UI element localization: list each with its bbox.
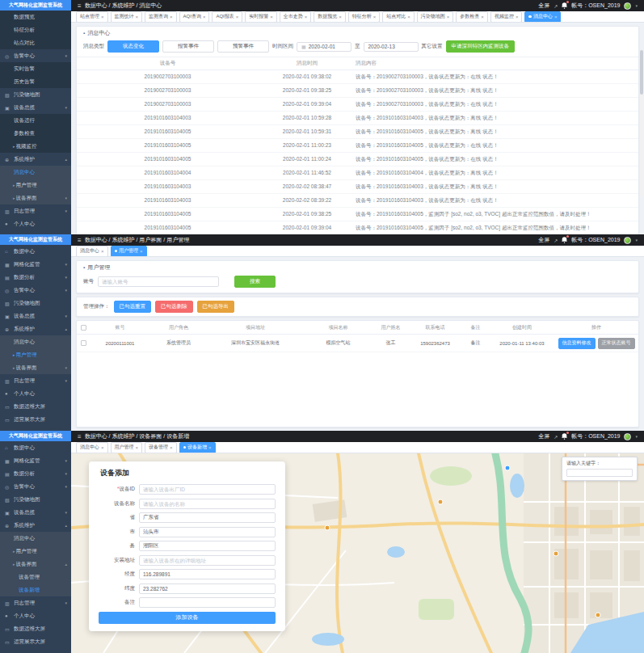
page-tab[interactable]: 消息中心×: [76, 442, 108, 453]
bulk-action-button[interactable]: 已勾选重置: [114, 301, 152, 313]
close-icon[interactable]: ×: [208, 445, 212, 450]
sidebar-item[interactable]: ⌂数据中心: [0, 245, 71, 258]
avatar[interactable]: [624, 237, 631, 244]
sidebar-item[interactable]: ▧污染物地图: [0, 88, 71, 101]
sidebar-item[interactable]: ▭数据运维大屏: [0, 622, 71, 635]
sidebar-item[interactable]: ▦网格化监管▾: [0, 258, 71, 271]
page-tab[interactable]: 参数检查×: [456, 11, 488, 23]
sidebar-item[interactable]: 历史告警: [0, 75, 71, 88]
page-tab[interactable]: 设备管理×: [145, 442, 177, 453]
sidebar-item[interactable]: 特征分析: [0, 23, 71, 36]
page-tab[interactable]: AQI报表×: [212, 11, 242, 23]
select-all-checkbox[interactable]: [81, 325, 86, 331]
field-input[interactable]: [139, 484, 276, 495]
sidebar-item[interactable]: 消息中心: [0, 532, 71, 545]
sidebar-item[interactable]: 实时告警: [0, 62, 71, 75]
close-icon[interactable]: ×: [140, 249, 143, 254]
sidebar-item[interactable]: 数据预览: [0, 11, 71, 23]
field-input[interactable]: [139, 512, 276, 523]
page-tab[interactable]: 监测统计×: [111, 11, 143, 23]
map[interactable]: 设备添加 *设备ID 设备名称 省: [71, 453, 644, 653]
menu-icon[interactable]: ≡: [78, 2, 82, 10]
close-icon[interactable]: ×: [170, 445, 173, 450]
page-tab[interactable]: 站点管理×: [76, 11, 108, 23]
field-input[interactable]: [139, 583, 276, 594]
sidebar-item[interactable]: ▸设备界面▴: [0, 558, 71, 571]
map-search-input[interactable]: [566, 469, 633, 477]
page-tab[interactable]: 消息中心×: [524, 11, 561, 23]
field-input[interactable]: [139, 555, 276, 566]
fullscreen-button[interactable]: 全屏: [538, 432, 549, 440]
field-input[interactable]: [139, 569, 276, 579]
sidebar-item[interactable]: ▭运营展示大屏: [0, 635, 71, 648]
page-tab[interactable]: 监测查询×: [145, 11, 177, 23]
close-icon[interactable]: ×: [101, 15, 104, 19]
sidebar-item[interactable]: ⊕系统维护▴: [0, 519, 71, 532]
sidebar-item[interactable]: 消息中心: [0, 335, 71, 348]
bell-icon[interactable]: [562, 433, 567, 440]
close-icon[interactable]: ×: [481, 15, 484, 19]
bell-icon[interactable]: [562, 237, 567, 243]
sidebar-item[interactable]: ◎告警中心▾: [0, 284, 71, 297]
page-tab[interactable]: 实时报警×: [245, 11, 277, 23]
row-checkbox[interactable]: [81, 340, 86, 346]
page-tab[interactable]: AQI查询×: [179, 11, 210, 23]
sidebar-item[interactable]: 设备新增: [0, 583, 71, 596]
field-input[interactable]: [139, 541, 276, 551]
sidebar-item[interactable]: ▣设备总揽▾: [0, 101, 71, 114]
sidebar-item[interactable]: 参数检查: [0, 127, 71, 140]
fullscreen-button[interactable]: 全屏: [538, 2, 549, 10]
filter-alarm-event-button[interactable]: 报警事件: [162, 40, 214, 53]
bulk-action-button[interactable]: 已勾选导出: [197, 301, 235, 313]
close-icon[interactable]: ×: [101, 249, 104, 254]
page-tab[interactable]: 用户管理×: [111, 442, 143, 453]
close-icon[interactable]: ×: [554, 15, 558, 19]
field-input[interactable]: [139, 527, 276, 537]
sidebar-item[interactable]: ⊕系统维护▴: [0, 322, 71, 335]
close-icon[interactable]: ×: [136, 15, 139, 19]
sidebar-item[interactable]: ▤数据分析▾: [0, 271, 71, 284]
sidebar-item[interactable]: ▦网格化监管▾: [0, 454, 71, 467]
sidebar-item[interactable]: ●个人中心: [0, 217, 71, 230]
sidebar-item[interactable]: ⊕系统维护▴: [0, 153, 71, 166]
sidebar-item[interactable]: 消息中心: [0, 166, 71, 179]
sidebar-item[interactable]: ▭运营展示大屏: [0, 413, 71, 426]
fullscreen-button[interactable]: 全屏: [538, 236, 549, 244]
close-icon[interactable]: ×: [170, 15, 173, 19]
date-end-input[interactable]: 2020-02-13: [364, 42, 419, 52]
sidebar-item[interactable]: ▣设备总揽▾: [0, 310, 71, 322]
sidebar-item[interactable]: ●个人中心: [0, 609, 71, 622]
sidebar-item[interactable]: ●个人中心: [0, 387, 71, 400]
field-input[interactable]: [139, 597, 276, 608]
sidebar-item[interactable]: ▧污染物地图: [0, 493, 71, 506]
sidebar-item[interactable]: ▧污染物地图: [0, 297, 71, 310]
sidebar-item[interactable]: ▸用户管理: [0, 179, 71, 192]
page-tab[interactable]: 全市走势×: [280, 11, 312, 23]
page-tab[interactable]: 设备新增×: [179, 442, 216, 453]
close-icon[interactable]: ×: [447, 15, 450, 19]
sidebar-item[interactable]: ▤数据分析▾: [0, 467, 71, 480]
page-tab[interactable]: 特征分析×: [348, 11, 381, 23]
page-tab[interactable]: 站点对比×: [382, 11, 415, 23]
close-icon[interactable]: ×: [305, 15, 308, 19]
close-icon[interactable]: ×: [373, 15, 377, 19]
avatar[interactable]: [624, 433, 631, 440]
close-icon[interactable]: ×: [407, 15, 410, 19]
sidebar-item[interactable]: ▸视频监控: [0, 140, 71, 153]
apply-region-devices-button[interactable]: 申请深圳特区内监测设备: [446, 40, 516, 53]
close-icon[interactable]: ×: [136, 445, 139, 450]
sidebar-item[interactable]: ▣设备总揽▾: [0, 506, 71, 519]
sidebar-item[interactable]: 设备管理: [0, 571, 71, 583]
sidebar-item[interactable]: ▭数据运维大屏: [0, 400, 71, 413]
bell-icon[interactable]: [562, 2, 567, 9]
sidebar-item[interactable]: ▸用户管理: [0, 545, 71, 558]
page-tab[interactable]: 数据预览×: [314, 11, 346, 23]
avatar-dropdown-icon[interactable]: ▾: [635, 434, 638, 439]
close-icon[interactable]: ×: [236, 15, 239, 19]
avatar-dropdown-icon[interactable]: ▾: [635, 3, 638, 8]
page-tab[interactable]: 污染物地图×: [417, 11, 454, 23]
sidebar-item[interactable]: ⌂数据中心: [0, 441, 71, 454]
page-tab[interactable]: 消息中心×: [76, 246, 108, 257]
close-icon[interactable]: ×: [339, 15, 342, 19]
sidebar-item[interactable]: ◎告警中心▾: [0, 480, 71, 493]
